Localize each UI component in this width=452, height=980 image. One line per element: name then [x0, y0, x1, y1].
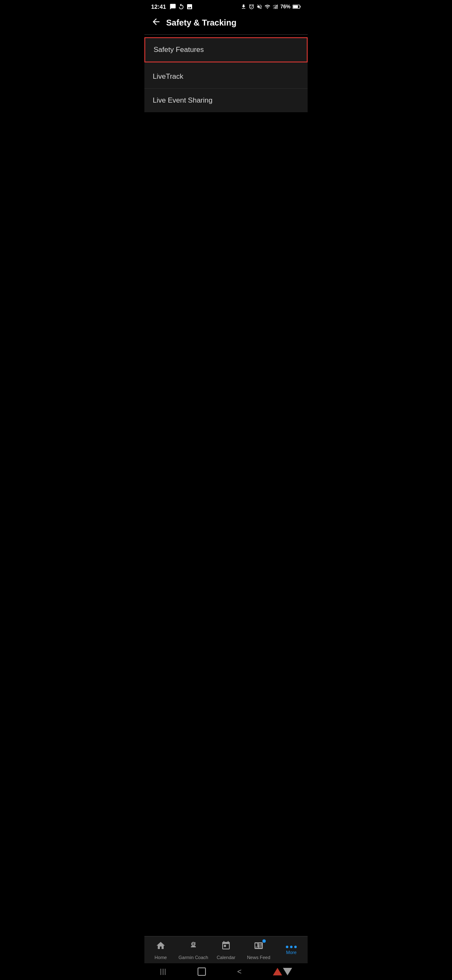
rotate-icon — [178, 3, 185, 10]
message-icon — [170, 3, 176, 10]
livetrack-label: LiveTrack — [153, 72, 183, 80]
mute-icon — [257, 4, 262, 10]
svg-rect-0 — [273, 8, 274, 9]
download-icon — [241, 4, 247, 10]
menu-item-live-event-sharing[interactable]: Live Event Sharing — [144, 88, 308, 112]
svg-rect-7 — [293, 5, 298, 8]
header: Safety & Tracking — [144, 12, 308, 34]
status-left: 12:41 — [151, 3, 193, 10]
svg-rect-1 — [274, 7, 275, 9]
menu-item-safety-features[interactable]: Safety Features — [144, 37, 308, 62]
image-icon — [186, 3, 193, 10]
header-divider — [144, 34, 308, 35]
alarm-icon — [249, 4, 254, 10]
main-content — [144, 112, 308, 280]
battery-percent: 76% — [280, 4, 290, 10]
page-title: Safety & Tracking — [166, 18, 236, 28]
menu-section: Safety Features LiveTrack Live Event Sha… — [144, 37, 308, 112]
svg-rect-4 — [277, 5, 277, 9]
menu-item-livetrack[interactable]: LiveTrack — [144, 65, 308, 88]
svg-rect-3 — [276, 5, 277, 9]
live-event-sharing-label: Live Event Sharing — [153, 96, 213, 104]
battery-icon — [293, 4, 301, 9]
wifi-icon — [265, 4, 270, 10]
svg-rect-2 — [275, 6, 275, 9]
back-button[interactable] — [151, 17, 161, 28]
status-icons: 76% — [241, 4, 301, 10]
svg-rect-6 — [300, 6, 301, 7]
signal-icon — [272, 4, 278, 10]
safety-features-label: Safety Features — [154, 46, 204, 54]
status-time: 12:41 — [151, 3, 166, 10]
status-bar: 12:41 76% — [144, 0, 308, 12]
